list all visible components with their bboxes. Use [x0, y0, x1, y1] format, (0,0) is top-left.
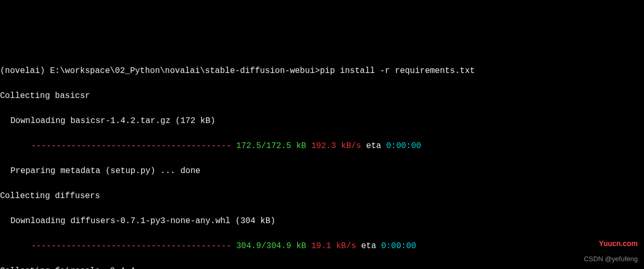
output-line: Collecting diffusers — [0, 190, 644, 202]
output-line: Preparing metadata (setup.py) ... done — [0, 165, 644, 177]
output-line: Collecting fairscale==0.4.4 — [0, 265, 644, 269]
download-speed: 19.1 kB/s — [311, 241, 356, 251]
terminal-output[interactable]: (novelai) E:\workspace\02_Python\novalai… — [0, 52, 644, 269]
download-speed: 192.3 kB/s — [311, 141, 361, 151]
progress-line: ----------------------------------------… — [0, 140, 644, 152]
watermark-site: Yuucn.com — [599, 238, 638, 249]
working-directory: E:\workspace\02_Python\novalai\stable-di… — [50, 66, 320, 76]
output-line: Downloading basicsr-1.4.2.tar.gz (172 kB… — [0, 115, 644, 127]
output-line: Collecting basicsr — [0, 90, 644, 102]
env-name: (novelai) — [0, 66, 50, 76]
progress-line: ----------------------------------------… — [0, 240, 644, 252]
eta-label: eta — [366, 141, 381, 151]
progress-bar: ---------------------------------------- — [31, 141, 231, 151]
eta-time: 0:00:00 — [386, 141, 421, 151]
command-line: (novelai) E:\workspace\02_Python\novalai… — [0, 65, 644, 77]
download-size: 304.9/304.9 kB — [236, 241, 306, 251]
eta-label: eta — [361, 241, 376, 251]
download-size: 172.5/172.5 kB — [236, 141, 306, 151]
output-line: Downloading diffusers-0.7.1-py3-none-any… — [0, 215, 644, 227]
watermark-csdn: CSDN @yefufeng — [584, 254, 638, 264]
eta-time: 0:00:00 — [381, 241, 416, 251]
progress-bar: ---------------------------------------- — [31, 241, 231, 251]
pip-command: pip install -r requirements.txt — [320, 66, 475, 76]
